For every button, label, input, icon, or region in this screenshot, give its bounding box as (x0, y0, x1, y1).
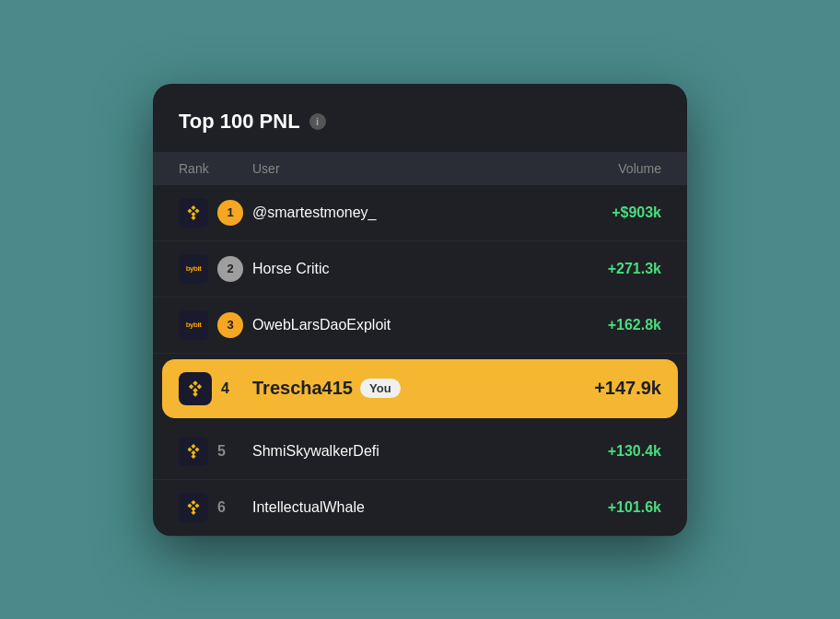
title-text: Top 100 PNL (179, 110, 300, 134)
table-row[interactable]: 6 IntellectualWhale +101.6k (153, 480, 687, 536)
svg-marker-2 (195, 208, 200, 213)
exchange-icon-bybit-2: bybit (179, 310, 208, 340)
rank-cell: bybit 2 (179, 254, 252, 284)
username-6: IntellectualWhale (252, 499, 365, 516)
exchange-icon-binance-5 (179, 437, 208, 466)
volume-5: +130.4k (608, 443, 661, 460)
table-row-highlighted[interactable]: 4 Trescha415 You +147.9k (162, 359, 678, 418)
table-header: Rank User Volume (153, 152, 687, 185)
svg-marker-17 (195, 503, 200, 508)
rank-badge-2: 2 (217, 256, 243, 282)
user-cell-3: OwebLarsDaoExploit (252, 317, 608, 333)
user-cell-5: ShmiSkywalkerDefi (252, 443, 608, 460)
svg-marker-9 (192, 391, 198, 397)
user-cell-1: @smartestmoney_ (252, 204, 612, 221)
you-badge: You (360, 379, 401, 398)
col-volume-header: Volume (618, 161, 661, 176)
svg-marker-10 (192, 444, 196, 449)
svg-marker-1 (188, 208, 192, 213)
table-row[interactable]: 5 ShmiSkywalkerDefi +130.4k (153, 424, 687, 480)
username-4: Trescha415 (252, 378, 353, 399)
col-user-header: User (252, 161, 618, 176)
table-row[interactable]: 1 @smartestmoney_ +$903k (153, 185, 687, 241)
username-1: @smartestmoney_ (252, 204, 377, 221)
table-row[interactable]: bybit 2 Horse Critic +271.3k (153, 241, 687, 298)
svg-marker-16 (188, 503, 192, 508)
rank-number-5: 5 (217, 443, 226, 460)
info-icon[interactable]: i (309, 113, 326, 130)
rank-badge-3: 3 (217, 312, 243, 338)
volume-4: +147.9k (594, 378, 661, 399)
username-3: OwebLarsDaoExploit (252, 317, 391, 333)
volume-6: +101.6k (608, 499, 661, 516)
table-body: 1 @smartestmoney_ +$903k bybit 2 Horse C… (153, 185, 687, 536)
user-cell-4: Trescha415 You (252, 378, 594, 399)
svg-marker-14 (192, 454, 196, 459)
svg-marker-19 (192, 510, 196, 515)
volume-2: +271.3k (608, 261, 661, 277)
svg-marker-5 (192, 380, 198, 386)
rank-number-4: 4 (221, 380, 229, 397)
user-cell-2: Horse Critic (252, 261, 608, 277)
svg-marker-4 (192, 216, 196, 220)
rank-cell-highlighted: 4 (179, 372, 252, 405)
volume-1: +$903k (612, 204, 661, 221)
volume-3: +162.8k (608, 317, 661, 333)
username-5: ShmiSkywalkerDefi (252, 443, 379, 460)
rank-cell: 6 (179, 493, 252, 522)
username-2: Horse Critic (252, 261, 330, 277)
exchange-icon-binance-highlighted (179, 372, 212, 405)
svg-marker-7 (197, 384, 203, 390)
exchange-icon-binance (179, 198, 208, 228)
rank-number-6: 6 (217, 499, 226, 516)
svg-marker-12 (195, 447, 200, 451)
exchange-icon-binance-6 (179, 493, 208, 522)
table-row[interactable]: bybit 3 OwebLarsDaoExploit +162.8k (153, 298, 687, 354)
svg-marker-6 (189, 384, 194, 390)
rank-cell: bybit 3 (179, 310, 252, 340)
leaderboard-card: Top 100 PNL i Rank User Volume 1 (153, 84, 687, 536)
col-rank-header: Rank (179, 161, 252, 176)
svg-marker-15 (192, 500, 196, 505)
rank-cell: 5 (179, 437, 252, 466)
card-header: Top 100 PNL i (153, 84, 687, 152)
rank-badge-1: 1 (217, 200, 243, 226)
card-title: Top 100 PNL i (179, 110, 661, 134)
user-cell-6: IntellectualWhale (252, 499, 608, 516)
svg-marker-0 (192, 205, 196, 210)
rank-cell: 1 (179, 198, 252, 228)
svg-marker-11 (188, 447, 192, 451)
exchange-icon-bybit: bybit (179, 254, 208, 284)
